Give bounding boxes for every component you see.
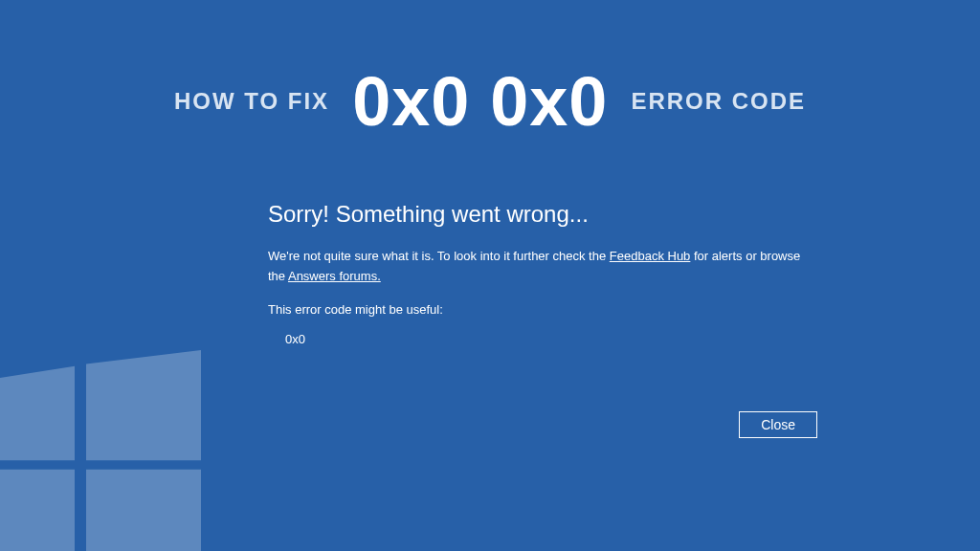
svg-marker-0 [0,366,75,460]
error-code-value: 0x0 [285,332,804,346]
answers-forums-link[interactable]: Answers forums. [288,269,381,283]
error-desc-text-1: We're not quite sure what it is. To look… [268,249,610,263]
close-button[interactable]: Close [739,411,817,438]
svg-marker-2 [0,470,75,551]
page-title-banner: HOW TO FIX 0x0 0x0 ERROR CODE [0,67,980,136]
error-hint: This error code might be useful: [268,302,804,317]
windows-logo-icon [0,350,201,551]
error-description: We're not quite sure what it is. To look… [268,247,804,287]
svg-marker-1 [86,350,201,460]
title-error-code: 0x0 0x0 [352,67,608,136]
title-suffix: ERROR CODE [631,88,806,115]
svg-marker-3 [86,470,201,551]
error-message-panel: Sorry! Something went wrong... We're not… [268,201,804,346]
title-prefix: HOW TO FIX [174,88,329,115]
feedback-hub-link[interactable]: Feedback Hub [610,249,691,263]
error-title: Sorry! Something went wrong... [268,201,804,228]
